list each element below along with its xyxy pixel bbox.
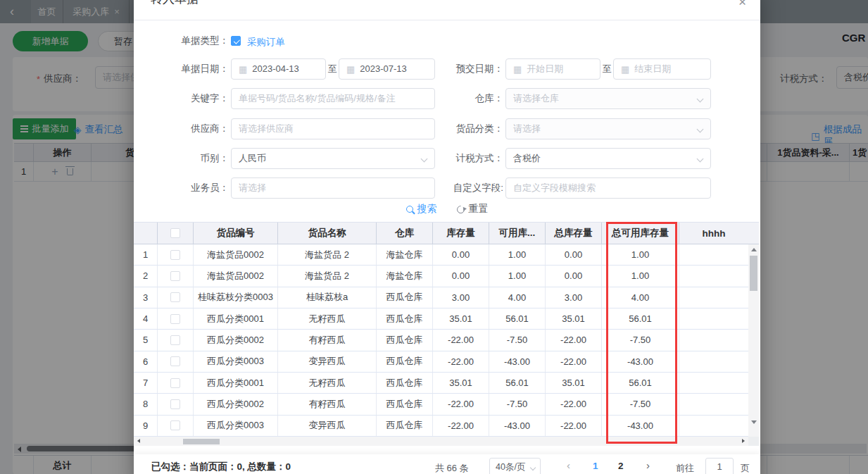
cell-total-stock: -22.00 — [546, 394, 602, 414]
doc-date-end-input[interactable]: ▦2023-07-13 — [339, 58, 435, 80]
page-number-1[interactable]: 1 — [593, 461, 598, 471]
cell-available-qty: 56.01 — [489, 308, 546, 329]
cell-product-name: 海盐货品 2 — [278, 266, 377, 286]
tax-mode-label: 计税方式： — [436, 148, 503, 169]
scroll-right-icon[interactable] — [742, 439, 745, 443]
cell-warehouse: 西瓜仓库 — [377, 330, 433, 350]
cell-stock-qty: 35.01 — [433, 308, 489, 329]
row-checkbox[interactable] — [170, 292, 180, 302]
keyword-input[interactable]: 单据号码/货品名称/货品编码/规格/备注 — [231, 88, 435, 109]
cell-total-stock: 3.00 — [546, 287, 602, 308]
cell-warehouse: 西瓜仓库 — [377, 308, 433, 329]
row-checkbox[interactable] — [170, 356, 180, 366]
cell-hhhh — [679, 287, 748, 308]
row-index: 2 — [134, 266, 158, 286]
custom-field-input[interactable]: 自定义字段模糊搜索 — [505, 177, 711, 199]
page-size-select[interactable]: 40条/页 — [489, 458, 541, 474]
cell-available-qty: 1.00 — [489, 244, 546, 265]
category-select[interactable]: 请选择 — [505, 118, 711, 139]
cell-product-name: 有籽西瓜 — [278, 330, 377, 350]
cell-available-qty: -7.50 — [489, 394, 546, 414]
cell-stock-qty: 35.01 — [433, 373, 489, 393]
row-checkbox-cell — [158, 287, 194, 308]
cell-warehouse: 西瓜仓库 — [377, 351, 433, 372]
warehouse-label: 仓库： — [436, 88, 503, 109]
doc-type-option-label[interactable]: 采购订单 — [247, 36, 285, 49]
scroll-up-icon[interactable] — [751, 248, 757, 251]
supplier-label: 供应商： — [134, 118, 229, 139]
cell-warehouse: 西瓜仓库 — [377, 416, 433, 436]
cell-hhhh — [679, 394, 748, 414]
cell-hhhh — [679, 308, 748, 329]
warehouse-select[interactable]: 请选择仓库 — [505, 88, 711, 109]
page-number-2[interactable]: 2 — [618, 461, 624, 471]
row-checkbox[interactable] — [170, 420, 180, 430]
next-page-button[interactable]: › — [646, 459, 650, 471]
cell-warehouse: 西瓜仓库 — [377, 287, 433, 308]
cell-product-code: 西瓜分类0001 — [194, 373, 278, 393]
goto-page-input[interactable]: 1 — [705, 458, 734, 474]
search-button[interactable]: 搜索 — [406, 203, 437, 216]
cell-product-code: 西瓜分类0002 — [194, 330, 278, 350]
cell-total-stock: -22.00 — [546, 351, 602, 372]
cell-hhhh — [679, 351, 748, 372]
keyword-label: 关键字： — [134, 88, 229, 109]
expected-start-input[interactable]: ▦开始日期 — [505, 58, 600, 80]
row-checkbox[interactable] — [170, 335, 180, 345]
cell-stock-qty: -22.00 — [433, 394, 489, 414]
cell-hhhh — [679, 266, 748, 286]
cell-product-code: 西瓜分类0003 — [194, 351, 278, 372]
cell-total-stock: 0.00 — [546, 244, 602, 265]
currency-select[interactable]: 人民币 — [231, 148, 435, 169]
row-checkbox[interactable] — [170, 250, 180, 260]
header-checkbox-cell — [158, 223, 194, 244]
row-checkbox[interactable] — [170, 314, 180, 324]
cell-hhhh — [679, 244, 748, 265]
header-product-name: 货品名称 — [278, 223, 377, 244]
row-checkbox-cell — [158, 266, 194, 286]
horizontal-scrollbar-thumb[interactable] — [183, 439, 220, 444]
selection-summary: 已勾选：当前页面：0, 总数量：0 — [151, 461, 291, 473]
goto-unit: 页 — [741, 462, 750, 474]
scroll-left-icon[interactable] — [137, 439, 140, 443]
row-index: 8 — [134, 394, 158, 414]
cell-product-code: 西瓜分类0003 — [194, 416, 278, 436]
salesman-input[interactable]: 请选择 — [231, 177, 435, 199]
row-checkbox-cell — [158, 330, 194, 350]
table-vertical-scrollbar[interactable] — [748, 244, 759, 437]
cell-available-qty: 4.00 — [489, 287, 546, 308]
tax-mode-select[interactable]: 含税价 — [505, 148, 711, 169]
cell-warehouse: 西瓜仓库 — [377, 394, 433, 414]
chevron-down-icon — [530, 465, 536, 470]
doc-type-checkbox[interactable] — [231, 36, 241, 46]
supplier-input[interactable]: 请选择供应商 — [231, 118, 435, 139]
cell-product-code: 海盐货品0002 — [194, 244, 278, 265]
cell-stock-qty: -22.00 — [433, 351, 489, 372]
dialog-title: 转入单据 — [151, 0, 199, 7]
highlight-annotation — [606, 222, 677, 444]
row-checkbox-cell — [158, 351, 194, 372]
cell-product-name: 桂味荔枝a — [278, 287, 377, 308]
row-index: 6 — [134, 351, 158, 372]
doc-date-start-input[interactable]: ▦2023-04-13 — [231, 58, 326, 80]
scroll-down-icon[interactable] — [751, 420, 757, 424]
currency-label: 币别： — [134, 148, 229, 169]
prev-page-button[interactable]: ‹ — [567, 459, 570, 471]
cell-available-qty: -7.50 — [489, 330, 546, 350]
row-checkbox[interactable] — [170, 271, 180, 281]
cell-total-stock: 35.01 — [546, 373, 602, 393]
row-checkbox[interactable] — [170, 378, 180, 388]
cell-product-code: 西瓜分类0001 — [194, 308, 278, 329]
cell-warehouse: 海盐仓库 — [377, 266, 433, 286]
select-all-checkbox[interactable] — [170, 228, 180, 238]
calendar-icon: ▦ — [621, 65, 629, 74]
cell-total-stock: -22.00 — [546, 416, 602, 436]
row-checkbox[interactable] — [170, 399, 180, 409]
cell-total-stock: 35.01 — [546, 308, 602, 329]
reset-button[interactable]: 重置 — [457, 203, 489, 216]
vertical-scrollbar-thumb[interactable] — [750, 256, 757, 291]
cell-total-stock: -22.00 — [546, 330, 602, 350]
cell-available-qty: -43.00 — [489, 416, 546, 436]
close-icon[interactable]: × — [738, 0, 746, 9]
expected-end-input[interactable]: ▦结束日期 — [613, 58, 711, 80]
